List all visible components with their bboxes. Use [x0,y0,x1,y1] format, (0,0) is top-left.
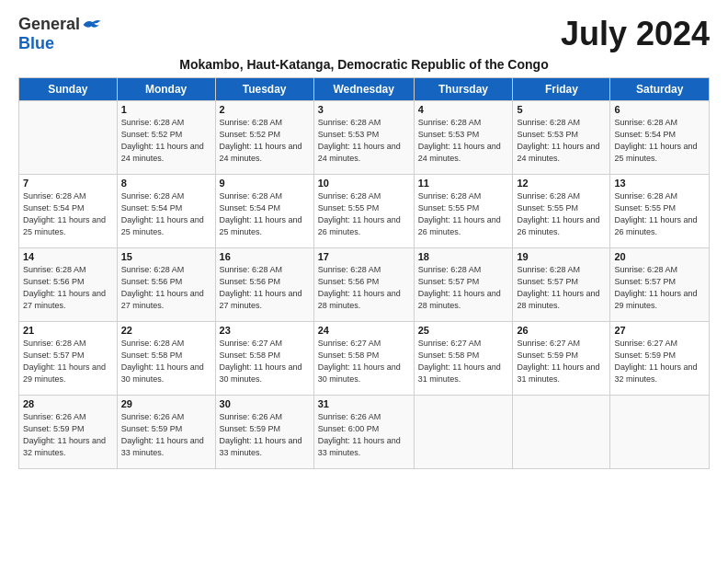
day-number: 3 [318,104,410,115]
calendar-cell: 24Sunrise: 6:27 AM Sunset: 5:58 PM Dayli… [313,322,414,396]
calendar-cell: 18Sunrise: 6:28 AM Sunset: 5:57 PM Dayli… [414,248,513,322]
day-detail: Sunrise: 6:28 AM Sunset: 5:56 PM Dayligh… [23,264,113,312]
calendar-cell: 25Sunrise: 6:27 AM Sunset: 5:58 PM Dayli… [414,322,513,396]
day-number: 28 [23,398,113,409]
day-number: 27 [614,325,705,336]
day-detail: Sunrise: 6:26 AM Sunset: 5:59 PM Dayligh… [220,411,310,459]
day-detail: Sunrise: 6:28 AM Sunset: 5:55 PM Dayligh… [318,190,410,238]
calendar-cell: 22Sunrise: 6:28 AM Sunset: 5:58 PM Dayli… [117,322,215,396]
calendar-cell: 17Sunrise: 6:28 AM Sunset: 5:56 PM Dayli… [313,248,414,322]
calendar-cell: 13Sunrise: 6:28 AM Sunset: 5:55 PM Dayli… [610,175,710,248]
day-detail: Sunrise: 6:28 AM Sunset: 5:57 PM Dayligh… [23,338,113,385]
calendar-cell: 9Sunrise: 6:28 AM Sunset: 5:54 PM Daylig… [215,175,313,248]
col-monday: Monday [117,78,215,101]
calendar-page: General Blue July 2024 Mokambo, Haut-Kat… [0,0,728,478]
day-number: 26 [517,325,606,336]
day-number: 8 [121,178,211,189]
day-detail: Sunrise: 6:26 AM Sunset: 5:59 PM Dayligh… [121,411,211,459]
calendar-cell: 6Sunrise: 6:28 AM Sunset: 5:54 PM Daylig… [610,101,710,175]
day-detail: Sunrise: 6:28 AM Sunset: 5:52 PM Dayligh… [121,117,211,165]
day-number: 16 [220,251,310,262]
calendar-cell [414,396,513,469]
day-detail: Sunrise: 6:27 AM Sunset: 5:58 PM Dayligh… [318,338,410,385]
calendar-cell: 29Sunrise: 6:26 AM Sunset: 5:59 PM Dayli… [117,396,215,469]
logo: General Blue [18,15,102,53]
calendar-cell: 27Sunrise: 6:27 AM Sunset: 5:59 PM Dayli… [610,322,710,396]
calendar-cell: 11Sunrise: 6:28 AM Sunset: 5:55 PM Dayli… [414,175,513,248]
day-detail: Sunrise: 6:28 AM Sunset: 5:53 PM Dayligh… [517,117,606,165]
day-detail: Sunrise: 6:28 AM Sunset: 5:57 PM Dayligh… [418,264,509,312]
calendar-week-2: 7Sunrise: 6:28 AM Sunset: 5:54 PM Daylig… [19,175,710,248]
day-number: 20 [614,251,705,262]
day-detail: Sunrise: 6:28 AM Sunset: 5:57 PM Dayligh… [517,264,606,312]
calendar-week-3: 14Sunrise: 6:28 AM Sunset: 5:56 PM Dayli… [19,248,710,322]
col-sunday: Sunday [19,78,118,101]
day-detail: Sunrise: 6:28 AM Sunset: 5:54 PM Dayligh… [23,190,113,238]
col-saturday: Saturday [610,78,710,101]
day-detail: Sunrise: 6:28 AM Sunset: 5:55 PM Dayligh… [418,190,509,238]
day-number: 15 [121,251,211,262]
logo-bird-icon [82,17,102,32]
calendar-cell: 2Sunrise: 6:28 AM Sunset: 5:52 PM Daylig… [215,101,313,175]
day-number: 9 [220,178,310,189]
day-detail: Sunrise: 6:28 AM Sunset: 5:54 PM Dayligh… [121,190,211,238]
calendar-cell: 1Sunrise: 6:28 AM Sunset: 5:52 PM Daylig… [117,101,215,175]
day-number: 19 [517,251,606,262]
day-number: 13 [614,178,705,189]
col-tuesday: Tuesday [215,78,313,101]
logo-blue: Blue [18,34,54,53]
day-detail: Sunrise: 6:26 AM Sunset: 5:59 PM Dayligh… [23,411,113,459]
calendar-cell: 23Sunrise: 6:27 AM Sunset: 5:58 PM Dayli… [215,322,313,396]
calendar-week-1: 1Sunrise: 6:28 AM Sunset: 5:52 PM Daylig… [19,101,710,175]
day-detail: Sunrise: 6:27 AM Sunset: 5:59 PM Dayligh… [517,338,606,385]
calendar-cell: 8Sunrise: 6:28 AM Sunset: 5:54 PM Daylig… [117,175,215,248]
day-number: 17 [318,251,410,262]
calendar-body: 1Sunrise: 6:28 AM Sunset: 5:52 PM Daylig… [19,101,710,469]
calendar-cell: 14Sunrise: 6:28 AM Sunset: 5:56 PM Dayli… [19,248,118,322]
calendar-cell: 31Sunrise: 6:26 AM Sunset: 6:00 PM Dayli… [313,396,414,469]
day-detail: Sunrise: 6:27 AM Sunset: 5:58 PM Dayligh… [220,338,310,385]
day-detail: Sunrise: 6:27 AM Sunset: 5:58 PM Dayligh… [418,338,509,385]
day-detail: Sunrise: 6:28 AM Sunset: 5:54 PM Dayligh… [220,190,310,238]
day-detail: Sunrise: 6:28 AM Sunset: 5:52 PM Dayligh… [220,117,310,165]
calendar-cell [610,396,710,469]
day-number: 1 [121,104,211,115]
calendar-cell: 30Sunrise: 6:26 AM Sunset: 5:59 PM Dayli… [215,396,313,469]
day-number: 29 [121,398,211,409]
day-number: 31 [318,398,410,409]
col-thursday: Thursday [414,78,513,101]
calendar-cell: 15Sunrise: 6:28 AM Sunset: 5:56 PM Dayli… [117,248,215,322]
calendar-cell [513,396,610,469]
calendar-cell: 7Sunrise: 6:28 AM Sunset: 5:54 PM Daylig… [19,175,118,248]
calendar-cell: 16Sunrise: 6:28 AM Sunset: 5:56 PM Dayli… [215,248,313,322]
logo-general: General [18,15,80,34]
calendar-cell: 19Sunrise: 6:28 AM Sunset: 5:57 PM Dayli… [513,248,610,322]
day-detail: Sunrise: 6:26 AM Sunset: 6:00 PM Dayligh… [318,411,410,459]
calendar-cell: 26Sunrise: 6:27 AM Sunset: 5:59 PM Dayli… [513,322,610,396]
day-detail: Sunrise: 6:28 AM Sunset: 5:58 PM Dayligh… [121,338,211,385]
day-detail: Sunrise: 6:28 AM Sunset: 5:56 PM Dayligh… [318,264,410,312]
calendar-cell: 4Sunrise: 6:28 AM Sunset: 5:53 PM Daylig… [414,101,513,175]
calendar-cell: 21Sunrise: 6:28 AM Sunset: 5:57 PM Dayli… [19,322,118,396]
day-detail: Sunrise: 6:28 AM Sunset: 5:55 PM Dayligh… [614,190,705,238]
calendar-cell: 3Sunrise: 6:28 AM Sunset: 5:53 PM Daylig… [313,101,414,175]
day-number: 24 [318,325,410,336]
day-detail: Sunrise: 6:28 AM Sunset: 5:55 PM Dayligh… [517,190,606,238]
month-title: July 2024 [561,15,710,53]
day-number: 5 [517,104,606,115]
day-number: 14 [23,251,113,262]
calendar-cell: 12Sunrise: 6:28 AM Sunset: 5:55 PM Dayli… [513,175,610,248]
calendar-cell [19,101,118,175]
day-detail: Sunrise: 6:28 AM Sunset: 5:57 PM Dayligh… [614,264,705,312]
day-number: 2 [220,104,310,115]
calendar-cell: 20Sunrise: 6:28 AM Sunset: 5:57 PM Dayli… [610,248,710,322]
day-number: 18 [418,251,509,262]
page-header: General Blue July 2024 [18,15,710,53]
calendar-cell: 5Sunrise: 6:28 AM Sunset: 5:53 PM Daylig… [513,101,610,175]
day-detail: Sunrise: 6:28 AM Sunset: 5:56 PM Dayligh… [220,264,310,312]
col-friday: Friday [513,78,610,101]
day-number: 4 [418,104,509,115]
day-detail: Sunrise: 6:28 AM Sunset: 5:56 PM Dayligh… [121,264,211,312]
day-detail: Sunrise: 6:27 AM Sunset: 5:59 PM Dayligh… [614,338,705,385]
col-wednesday: Wednesday [313,78,414,101]
